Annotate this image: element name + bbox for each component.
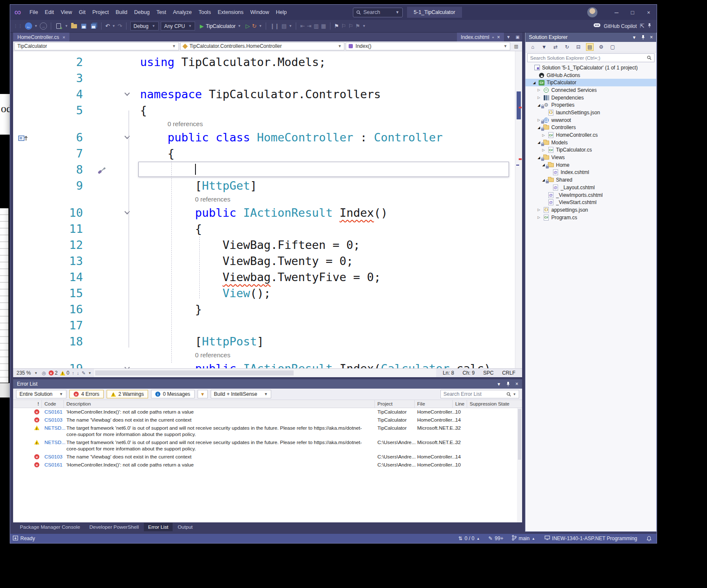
tree-collapse-icon[interactable]: ◢ xyxy=(532,81,536,85)
error-code-link[interactable]: NETSD... xyxy=(44,439,66,445)
panel-tab-package-manager-console[interactable]: Package Manager Console xyxy=(16,523,84,531)
tree-item-views[interactable]: ◢Views xyxy=(525,154,656,161)
tree-collapse-icon[interactable]: ◢ xyxy=(541,163,546,167)
error-code-link[interactable]: NETSD... xyxy=(44,425,66,431)
decrease-indent-button[interactable]: ⇤ xyxy=(300,23,305,29)
menu-test[interactable]: Test xyxy=(153,5,170,20)
next-bookmark-button[interactable]: ⚐ xyxy=(348,23,353,29)
tree-expand-icon[interactable]: ▷ xyxy=(536,88,541,92)
window-position-icon[interactable]: ▼ xyxy=(497,382,501,386)
tree-item-homecontroller-cs[interactable]: ▷HomeController.cs xyxy=(525,131,656,139)
tree-item-index-cshtml[interactable]: Index.cshtml xyxy=(525,169,656,177)
navigate-back-dropdown-icon[interactable]: ▼ xyxy=(34,24,38,28)
code-cleanup-icon[interactable]: ✎ xyxy=(82,370,85,376)
active-files-dropdown-icon[interactable]: ▼ xyxy=(504,33,513,41)
navigate-back-button[interactable]: ← xyxy=(25,22,32,30)
tree-item-shared[interactable]: ◢Shared xyxy=(525,176,656,184)
search-box[interactable]: Search ▼ xyxy=(353,8,403,17)
scope-dropdown[interactable]: Entire Solution▼ xyxy=(16,390,66,398)
switch-views-icon[interactable]: ⌂ xyxy=(529,43,536,51)
toolbar-overflow-icon[interactable]: ▼ xyxy=(362,24,366,28)
solution-configuration-dropdown[interactable]: Debug▼ xyxy=(130,22,159,30)
type-dropdown[interactable]: TipCalculator.Controllers.HomeController… xyxy=(180,42,345,50)
toolbar-drag-handle[interactable]: ⋮⋮ xyxy=(14,24,23,28)
hot-reload-button[interactable]: ↻ xyxy=(252,23,257,29)
error-row[interactable]: NETSD...The target framework 'net6.0' is… xyxy=(13,424,522,439)
tree-collapse-icon[interactable]: ◢ xyxy=(541,178,546,182)
error-row[interactable]: CS0161'HomeController.Index()': not all … xyxy=(13,408,522,416)
menu-git[interactable]: Git xyxy=(75,5,89,20)
tree-item-program-cs[interactable]: ▷Program.cs xyxy=(525,214,656,221)
github-copilot-badge[interactable]: GitHub Copilot ⇱ xyxy=(593,22,653,30)
vertical-splitter[interactable] xyxy=(522,33,525,534)
error-row[interactable]: CS0103The name 'Viewbag' does not exist … xyxy=(13,416,522,424)
menu-analyze[interactable]: Analyze xyxy=(170,5,195,20)
menu-window[interactable]: Window xyxy=(247,5,272,20)
new-file-dropdown-icon[interactable]: ▼ xyxy=(65,24,68,28)
panel-tab-output[interactable]: Output xyxy=(173,523,197,531)
solution-explorer-search-box[interactable]: Search Solution Explorer (Ctrl+;) xyxy=(527,53,655,62)
tree-collapse-icon[interactable]: ◢ xyxy=(536,126,541,130)
column-severity[interactable] xyxy=(13,400,42,408)
error-code-link[interactable]: CS0161 xyxy=(44,409,63,415)
hot-reload-dropdown-icon[interactable]: ▼ xyxy=(259,24,262,28)
tree-item-models[interactable]: ◢Models xyxy=(525,139,656,146)
close-panel-icon[interactable]: × xyxy=(515,381,518,387)
copilot-pin-icon[interactable] xyxy=(647,23,652,29)
panel-tab-developer-powershell[interactable]: Developer PowerShell xyxy=(85,523,143,531)
quick-actions-screwdriver-icon[interactable] xyxy=(96,164,107,177)
tree-item-home[interactable]: ◢Home xyxy=(525,161,656,169)
menu-debug[interactable]: Debug xyxy=(131,5,153,20)
preview-selected-items-icon[interactable]: ▢ xyxy=(609,43,616,51)
tree-expand-icon[interactable]: ▷ xyxy=(541,133,546,137)
menu-extensions[interactable]: Extensions xyxy=(214,5,247,20)
editor-error-count[interactable]: 2 xyxy=(49,370,58,376)
prev-issue-icon[interactable]: ↑ xyxy=(72,370,74,375)
tree-item-tipcalculator-cs[interactable]: ▷TipCalculator.cs xyxy=(525,146,656,154)
comment-button[interactable]: ▥ xyxy=(314,23,319,29)
new-file-button[interactable] xyxy=(55,22,63,30)
tree-expand-icon[interactable]: ▷ xyxy=(536,96,541,99)
open-file-button[interactable] xyxy=(70,22,78,30)
solution-platform-dropdown[interactable]: Any CPU▼ xyxy=(161,22,195,30)
menu-tools[interactable]: Tools xyxy=(195,5,214,20)
tree-item-controllers[interactable]: ◢Controllers xyxy=(525,124,656,132)
horizontal-scrollbar-thumb[interactable] xyxy=(95,370,294,375)
tree-item-github-actions[interactable]: GitHub Actions xyxy=(525,72,656,79)
tree-item-tipcalculator[interactable]: ◢TipCalculator xyxy=(525,79,656,86)
next-issue-icon[interactable]: ↓ xyxy=(77,370,79,375)
preview-tab-close-icon[interactable]: × xyxy=(497,34,500,40)
close-panel-icon[interactable]: × xyxy=(650,34,653,40)
spaces-indicator[interactable]: SPC xyxy=(483,370,494,376)
solution-explorer-header[interactable]: Solution Explorer ▼ × xyxy=(525,33,656,42)
branch-indicator[interactable]: main ▲ xyxy=(512,535,535,542)
refresh-icon[interactable]: ↻ xyxy=(563,43,571,51)
uncomment-button[interactable]: ▦ xyxy=(321,23,326,29)
vertical-scrollbar-thumb[interactable] xyxy=(517,91,521,119)
tree-item-solution-5-1-tipcalculator-1-of-1-project-[interactable]: Solution '5-1_TipCalculator' (1 of 1 pro… xyxy=(525,64,656,72)
properties-icon[interactable]: ⚙ xyxy=(597,43,605,51)
error-code-link[interactable]: CS0161 xyxy=(44,462,63,468)
save-button[interactable] xyxy=(80,22,88,30)
start-debugging-button[interactable]: ▶ TipCalculator ▼ xyxy=(197,22,243,31)
vertical-scrollbar[interactable] xyxy=(515,51,522,368)
navigate-forward-button[interactable]: → xyxy=(40,22,47,30)
tree-expand-icon[interactable]: ▷ xyxy=(536,215,541,219)
minimize-button[interactable]: ─ xyxy=(608,5,624,20)
editor-warning-count[interactable]: 0 xyxy=(60,370,69,376)
tree-collapse-icon[interactable]: ◢ xyxy=(536,156,541,160)
fold-chevron-icon[interactable] xyxy=(124,365,130,368)
break-all-button[interactable]: ❙❙ xyxy=(270,23,279,29)
column-line[interactable]: Line xyxy=(453,400,467,408)
code-editor[interactable]: 2using TipCalculator.Models;34namespace … xyxy=(13,51,522,368)
pin-icon[interactable] xyxy=(506,381,510,386)
tree-expand-icon[interactable]: ▷ xyxy=(536,118,541,122)
tree-collapse-icon[interactable]: ◢ xyxy=(536,141,541,144)
menu-help[interactable]: Help xyxy=(272,5,290,20)
tree-item--layout-cshtml[interactable]: _Layout.cshtml xyxy=(525,184,656,191)
preview-tab-index-cshtml[interactable]: Index.cshtml ▫ × xyxy=(457,33,504,41)
window-layout-icon[interactable]: ▣ xyxy=(513,33,522,41)
tree-expand-icon[interactable]: ▷ xyxy=(541,148,546,152)
source-filter-dropdown[interactable]: Build + IntelliSense▼ xyxy=(211,390,271,398)
error-row[interactable]: NETSD...The target framework 'net6.0' is… xyxy=(13,439,522,453)
